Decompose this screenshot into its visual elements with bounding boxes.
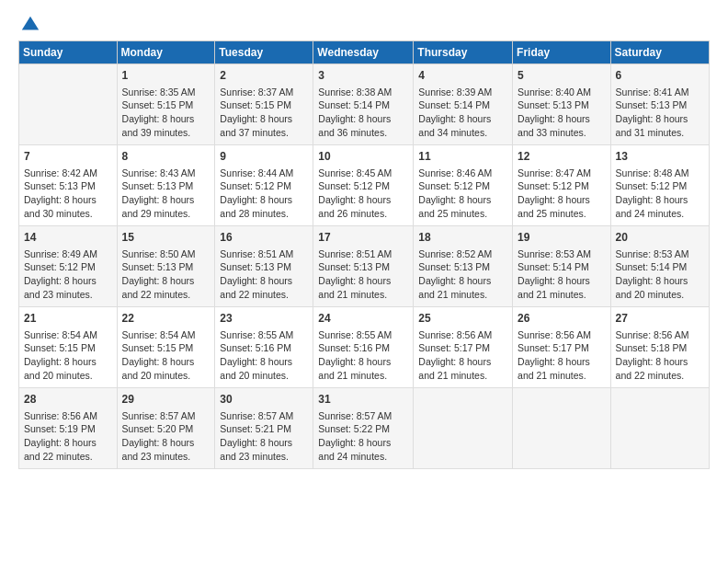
day-info-line: Sunset: 5:14 PM [616,260,704,274]
calendar-cell: 18Sunrise: 8:52 AMSunset: 5:13 PMDayligh… [414,226,513,307]
day-info-line: Sunrise: 8:56 AM [418,328,507,342]
calendar-cell: 9Sunrise: 8:44 AMSunset: 5:12 PMDaylight… [215,145,313,226]
day-info-line: and 23 minutes. [24,288,112,302]
day-info-line: Sunrise: 8:57 AM [318,409,408,423]
day-info-line: Daylight: 8 hours [318,355,408,369]
day-info-line: Daylight: 8 hours [616,274,704,288]
calendar-body: 1Sunrise: 8:35 AMSunset: 5:15 PMDaylight… [19,64,710,469]
day-info-line: Daylight: 8 hours [318,112,408,126]
day-info-line: and 25 minutes. [518,207,606,221]
day-info-line: and 34 minutes. [418,126,507,140]
day-info-line: Sunrise: 8:45 AM [318,167,408,180]
day-number: 22 [122,311,210,327]
day-info-line: Sunrise: 8:56 AM [616,328,704,342]
day-info-line: and 39 minutes. [122,126,210,140]
day-info-line: Sunset: 5:13 PM [518,98,606,112]
day-info-line: and 21 minutes. [318,369,408,383]
day-info-line: Sunset: 5:12 PM [616,179,704,193]
calendar-cell: 15Sunrise: 8:50 AMSunset: 5:13 PMDayligh… [117,226,215,307]
day-info-line: Sunrise: 8:46 AM [418,167,507,180]
day-info-line: Sunrise: 8:54 AM [24,328,112,342]
day-number: 17 [318,230,408,246]
header [18,15,710,31]
day-number: 29 [122,392,210,408]
day-number: 25 [418,311,507,327]
day-info-line: Sunrise: 8:51 AM [318,247,408,261]
day-info-line: Daylight: 8 hours [24,274,112,288]
day-header-saturday: Saturday [610,41,709,64]
day-info-line: Sunrise: 8:37 AM [220,86,308,99]
day-info-line: Daylight: 8 hours [518,193,606,207]
calendar-cell: 23Sunrise: 8:55 AMSunset: 5:16 PMDayligh… [215,307,313,388]
day-info-line: and 26 minutes. [318,207,408,221]
day-number: 7 [24,149,112,165]
day-info-line: Sunrise: 8:38 AM [318,86,408,99]
day-info-line: Sunrise: 8:56 AM [24,409,112,423]
day-info-line: and 33 minutes. [518,126,606,140]
day-number: 4 [418,68,507,84]
calendar-cell: 10Sunrise: 8:45 AMSunset: 5:12 PMDayligh… [313,145,414,226]
day-number: 6 [616,68,704,84]
calendar-cell: 3Sunrise: 8:38 AMSunset: 5:14 PMDaylight… [313,64,414,145]
day-info-line: Daylight: 8 hours [616,112,704,126]
day-info-line: Daylight: 8 hours [122,274,210,288]
day-info-line: and 29 minutes. [122,207,210,221]
calendar-cell [414,388,513,469]
day-info-line: Sunrise: 8:51 AM [220,247,308,261]
calendar-cell: 24Sunrise: 8:55 AMSunset: 5:16 PMDayligh… [313,307,414,388]
day-info-line: Sunrise: 8:53 AM [616,247,704,261]
calendar-header-row: SundayMondayTuesdayWednesdayThursdayFrid… [19,41,710,64]
calendar-cell: 19Sunrise: 8:53 AMSunset: 5:14 PMDayligh… [513,226,611,307]
day-info-line: and 22 minutes. [122,288,210,302]
day-info-line: Daylight: 8 hours [318,436,408,450]
day-info-line: Sunset: 5:13 PM [418,260,507,274]
day-info-line: Daylight: 8 hours [418,274,507,288]
day-header-friday: Friday [513,41,611,64]
day-number: 9 [220,149,308,165]
day-number: 11 [418,149,507,165]
calendar-cell: 20Sunrise: 8:53 AMSunset: 5:14 PMDayligh… [610,226,709,307]
calendar-cell: 2Sunrise: 8:37 AMSunset: 5:15 PMDaylight… [215,64,313,145]
calendar-cell [19,64,118,145]
day-info-line: Sunset: 5:15 PM [122,98,210,112]
day-info-line: and 21 minutes. [518,369,606,383]
day-info-line: Sunrise: 8:41 AM [616,86,704,99]
day-info-line: and 21 minutes. [418,288,507,302]
day-info-line: Sunrise: 8:43 AM [122,167,210,180]
day-number: 10 [318,149,408,165]
day-info-line: Daylight: 8 hours [122,193,210,207]
day-info-line: Sunset: 5:12 PM [518,179,606,193]
day-header-wednesday: Wednesday [313,41,414,64]
logo-icon [20,15,40,35]
calendar-week-2: 7Sunrise: 8:42 AMSunset: 5:13 PMDaylight… [19,145,710,226]
calendar-cell [513,388,611,469]
calendar-cell: 30Sunrise: 8:57 AMSunset: 5:21 PMDayligh… [215,388,313,469]
day-info-line: Sunrise: 8:49 AM [24,247,112,261]
day-info-line: Sunset: 5:12 PM [318,179,408,193]
day-info-line: Daylight: 8 hours [24,355,112,369]
day-header-tuesday: Tuesday [215,41,313,64]
day-info-line: Daylight: 8 hours [518,274,606,288]
day-info-line: Sunset: 5:13 PM [220,260,308,274]
day-info-line: Daylight: 8 hours [418,112,507,126]
calendar-cell: 8Sunrise: 8:43 AMSunset: 5:13 PMDaylight… [117,145,215,226]
day-info-line: Sunset: 5:16 PM [318,341,408,355]
calendar-cell: 6Sunrise: 8:41 AMSunset: 5:13 PMDaylight… [610,64,709,145]
day-number: 23 [220,311,308,327]
day-info-line: Sunset: 5:15 PM [220,98,308,112]
calendar-week-1: 1Sunrise: 8:35 AMSunset: 5:15 PMDaylight… [19,64,710,145]
day-info-line: Daylight: 8 hours [518,112,606,126]
day-header-sunday: Sunday [19,41,118,64]
day-info-line: Sunset: 5:12 PM [220,179,308,193]
day-info-line: Daylight: 8 hours [318,193,408,207]
day-info-line: Sunset: 5:14 PM [518,260,606,274]
day-info-line: and 28 minutes. [220,207,308,221]
day-info-line: Sunset: 5:18 PM [616,341,704,355]
day-info-line: Sunrise: 8:54 AM [122,328,210,342]
calendar-cell: 4Sunrise: 8:39 AMSunset: 5:14 PMDaylight… [414,64,513,145]
day-info-line: Daylight: 8 hours [616,193,704,207]
calendar-cell: 12Sunrise: 8:47 AMSunset: 5:12 PMDayligh… [513,145,611,226]
calendar-cell: 29Sunrise: 8:57 AMSunset: 5:20 PMDayligh… [117,388,215,469]
day-info-line: Daylight: 8 hours [616,355,704,369]
day-number: 16 [220,230,308,246]
